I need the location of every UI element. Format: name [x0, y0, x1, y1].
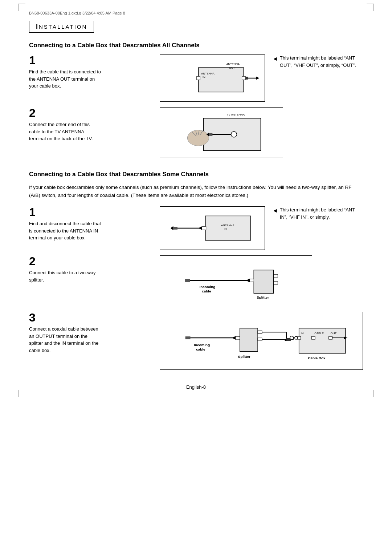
section2-step2-svg: Splitter Incoming cable	[160, 256, 312, 306]
svg-rect-39	[240, 328, 258, 352]
svg-rect-33	[274, 282, 278, 284]
corner-mark-tl	[18, 4, 25, 11]
section2-step3-row: 3 Connect a coaxial cable between an OUT…	[29, 312, 363, 370]
note-bullet: ◄	[272, 54, 278, 63]
section2-step1-number: 1	[29, 206, 160, 218]
installation-header: INSTALLATION	[29, 21, 94, 33]
svg-point-14	[187, 130, 209, 146]
svg-text:IN: IN	[224, 227, 227, 231]
svg-rect-29	[254, 270, 273, 294]
svg-text:OUT: OUT	[229, 66, 235, 69]
svg-text:IN: IN	[301, 332, 304, 335]
svg-rect-42	[258, 331, 262, 334]
svg-text:CABLE: CABLE	[314, 332, 324, 335]
section2-step3-text: Connect a coaxial cable between an OUTPU…	[29, 325, 102, 354]
svg-rect-27	[173, 227, 177, 230]
svg-text:cable: cable	[202, 289, 211, 293]
section1-step1-row: 1 Find the cable that is connected to th…	[29, 54, 363, 102]
svg-text:OUT: OUT	[331, 332, 337, 335]
section2-step1-left: 1 Find and disconnect the cable that is …	[29, 206, 160, 242]
section2: Connecting to a Cable Box that Descrambl…	[29, 171, 363, 370]
section1-step2-left: 2 Connect the other end of this cable to…	[29, 107, 160, 142]
svg-text:Incoming: Incoming	[194, 343, 210, 347]
svg-marker-26	[199, 226, 202, 230]
section1-step1-number: 1	[29, 54, 160, 66]
svg-text:TV ANTENNA: TV ANTENNA	[227, 113, 245, 116]
section1-step2-diagram: TV ANTENNA	[160, 107, 283, 158]
svg-rect-0	[199, 68, 244, 92]
svg-marker-8	[256, 76, 260, 80]
svg-rect-9	[245, 77, 248, 80]
section2-step1-text: Find and disconnect the cable that is co…	[29, 220, 102, 242]
svg-text:IN: IN	[203, 76, 205, 79]
svg-rect-59	[311, 336, 315, 339]
section1-step1-left: 1 Find the cable that is connected to th…	[29, 54, 160, 90]
section1-step2-text: Connect the other end of this cable to t…	[29, 121, 102, 142]
svg-text:ANTENNA: ANTENNA	[221, 224, 235, 227]
section2-step1-diagram: ANTENNA IN	[160, 206, 265, 250]
svg-marker-48	[232, 336, 236, 340]
section2-step2-number: 2	[29, 255, 160, 267]
section1-step2-svg: TV ANTENNA	[160, 108, 283, 158]
svg-rect-35	[185, 279, 190, 282]
section1-step2-row: 2 Connect the other end of this cable to…	[29, 107, 363, 158]
page-container: BN68-00633A-00Eng 1.qxd.q 3/22/04 4:05 A…	[15, 0, 377, 401]
section2-step3-diagram: Splitter Incoming cable	[160, 312, 363, 370]
section1-step1-svg: ANTENNA IN ANTENNA OUT	[160, 55, 265, 101]
svg-rect-21	[205, 216, 251, 240]
section1-step1-note: ◄ This terminal might be labeled “ANT OU…	[272, 54, 363, 69]
installation-cap: I	[36, 23, 39, 30]
section2-step1-row: 1 Find and disconnect the cable that is …	[29, 206, 363, 250]
svg-point-12	[231, 132, 237, 137]
corner-mark-bl	[18, 390, 25, 397]
section2-step2-left: 2 Connect this cable to a two-way splitt…	[29, 255, 160, 283]
section1-step1-diagram: ANTENNA IN ANTENNA OUT	[160, 54, 265, 102]
section2-step2-row: 2 Connect this cable to a two-way splitt…	[29, 255, 363, 306]
section2-step3-svg: Splitter Incoming cable	[160, 312, 363, 369]
section1: Connecting to a Cable Box that Descrambl…	[29, 42, 363, 158]
section2-step2-diagram: Splitter Incoming cable	[160, 255, 312, 306]
page-footer: English-8	[29, 384, 363, 390]
svg-text:Splitter: Splitter	[257, 295, 269, 299]
section1-step1-text: Find the cable that is connected to the …	[29, 68, 102, 90]
installation-title: INSTALLATION	[36, 24, 87, 30]
svg-rect-60	[329, 336, 332, 339]
file-info: BN68-00633A-00Eng 1.qxd.q 3/22/04 4:05 A…	[29, 11, 363, 15]
svg-rect-19	[209, 133, 213, 136]
section2-step1-svg: ANTENNA IN	[160, 207, 265, 250]
svg-rect-45	[185, 336, 191, 339]
section1-step1-note-text: This terminal might be labeled “ANT OUT”…	[280, 54, 363, 69]
svg-text:Splitter: Splitter	[238, 355, 250, 359]
svg-text:ANTENNA: ANTENNA	[226, 62, 240, 66]
svg-marker-28	[171, 226, 173, 230]
note-bullet2: ◄	[272, 206, 278, 215]
svg-rect-5	[197, 76, 200, 80]
svg-rect-32	[274, 274, 278, 277]
svg-rect-24	[202, 226, 206, 230]
footer-text: English-8	[186, 384, 206, 390]
svg-marker-38	[246, 279, 250, 282]
svg-rect-31	[249, 279, 254, 282]
section2-description: If your cable box descrambles only some …	[29, 183, 363, 199]
section2-heading: Connecting to a Cable Box that Descrambl…	[29, 171, 363, 178]
svg-text:Incoming: Incoming	[199, 285, 215, 289]
section2-step3-left: 3 Connect a coaxial cable between an OUT…	[29, 312, 160, 354]
section2-step1-note-text: This terminal might be labeled “ANT IN”,…	[280, 206, 363, 221]
section1-heading: Connecting to a Cable Box that Descrambl…	[29, 42, 363, 49]
svg-point-67	[295, 336, 298, 339]
corner-mark-br	[367, 390, 374, 397]
svg-text:Cable  Box: Cable Box	[308, 356, 326, 360]
svg-text:ANTENNA: ANTENNA	[201, 72, 215, 75]
svg-rect-43	[258, 338, 262, 341]
section1-step2-number: 2	[29, 107, 160, 119]
section2-step2-text: Connect this cable to a two-way splitter…	[29, 269, 102, 283]
svg-text:cable: cable	[196, 347, 205, 351]
svg-rect-41	[236, 336, 240, 339]
section2-step3-number: 3	[29, 312, 160, 323]
corner-mark-tr	[367, 4, 374, 11]
svg-point-66	[290, 336, 294, 340]
svg-rect-6	[242, 76, 246, 80]
section2-step1-note: ◄ This terminal might be labeled “ANT IN…	[272, 206, 363, 221]
